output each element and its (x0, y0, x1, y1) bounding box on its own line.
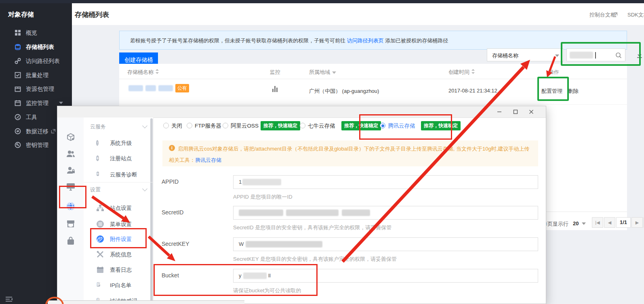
prev-page-button[interactable]: ◀ (604, 217, 615, 228)
access-badge: 公有 (175, 84, 189, 92)
redacted-secretid (286, 210, 339, 216)
sidebar-title: 对象存储 (8, 10, 34, 19)
radio-tencent-cos-label[interactable]: 腾讯云存储 (388, 122, 415, 130)
radio-tencent-cos[interactable] (380, 123, 385, 128)
filter-type-select[interactable]: 存储桶名称 (487, 48, 564, 61)
menu-item-label: 菜单设置 (110, 221, 132, 228)
sidebar-item-batch-process[interactable]: 批量处理 (0, 68, 72, 82)
notice-bar: 若根账号授予了子账号某存储桶的权限，但未授子账号获取存储桶列表的权限，子账号可前… (119, 31, 627, 50)
notice-text-before: 若根账号授予了子账号某存储桶的权限，但未授子账号获取存储桶列表的权限，子账号可前… (130, 38, 347, 44)
menu-group-cloud-services[interactable]: 云服务 (90, 123, 106, 130)
sdk-doc-label: SDK文档 (627, 12, 644, 18)
package-gear-icon[interactable] (66, 132, 76, 142)
chevron-down-icon (555, 55, 559, 57)
access-path-page-link[interactable]: 访问路径列表页 (347, 38, 384, 44)
menu-divider (84, 182, 153, 182)
redacted-search-text (570, 52, 593, 59)
sidebar-item-label: 概览 (26, 29, 37, 37)
warning-tools-label: 相关工具： (169, 157, 195, 163)
appid-value-prefix: 1 (239, 179, 242, 185)
console-doc-link[interactable]: 控制台文档 (589, 11, 616, 19)
secretid-help: SecretID 是您项目的安全密钥，具有该账户完全的权限，请妥善保管 (233, 224, 391, 231)
radio-off-label[interactable]: 关闭 (171, 122, 182, 130)
radio-qiniu[interactable] (300, 123, 305, 128)
menu-item-label: 查看日志 (110, 266, 132, 274)
sidebar-item-resource-pack[interactable]: 资源包管理 (0, 82, 72, 96)
radio-qiniu-label[interactable]: 七牛云存储 (308, 122, 335, 130)
page-size-value[interactable]: 20 (573, 220, 579, 226)
sidebar-item-access-path-list[interactable]: 访问路径列表 (0, 54, 72, 68)
bucket-value-prefix: y (239, 273, 242, 279)
secretkey-value-prefix: W (239, 241, 244, 247)
menu-item-label: 系统升级 (110, 140, 132, 147)
table-header-divider (119, 79, 627, 79)
globe-icon[interactable] (66, 201, 76, 211)
monitor-chart-icon[interactable] (272, 86, 278, 92)
redacted-appid (242, 179, 281, 185)
sdk-doc-link[interactable]: SDK文档 (627, 11, 644, 19)
calendar-icon (15, 100, 21, 106)
users-icon[interactable] (66, 149, 76, 159)
secretid-input[interactable] (233, 206, 538, 220)
sidebar-item-label: 监控管理 (26, 100, 48, 107)
secretid-label: SecretID (162, 209, 183, 216)
grid-icon (15, 29, 21, 36)
next-page-button[interactable]: ▶ (631, 217, 643, 228)
filter-icon[interactable] (332, 71, 336, 74)
monitor-icon[interactable] (66, 182, 76, 191)
chevron-down-icon[interactable] (582, 222, 586, 225)
radio-ftp-label[interactable]: FTP服务器 (195, 122, 221, 130)
sort-icon[interactable] (471, 69, 475, 74)
bag-icon[interactable] (66, 236, 76, 246)
col-header-created[interactable]: 创建时间 (448, 69, 475, 76)
bucket-icon (15, 44, 21, 50)
radio-off[interactable] (163, 123, 169, 128)
page-header (72, 3, 644, 25)
maximize-icon[interactable] (512, 109, 519, 115)
warning-line1: 启用腾讯云cos对象存储后，请把/attachment目录（不包括此目录及glo… (178, 145, 529, 153)
radio-aliyun-oss[interactable] (223, 123, 228, 128)
bucket-label: Bucket (162, 272, 179, 279)
sort-icon[interactable] (156, 69, 159, 74)
appid-input[interactable]: 1 (233, 175, 538, 189)
bucket-value-suffix: ll (268, 273, 271, 279)
secretkey-help: SecretKEY 是您项目的安全密钥，具有该账户完全的权限，请妥善保管 (233, 256, 397, 263)
sidebar-collapse-icon[interactable] (5, 296, 13, 302)
secretkey-input[interactable]: W (233, 237, 538, 251)
tencent-cos-tool-link[interactable]: 腾讯云存储 (195, 157, 221, 163)
col-header-bucket-name[interactable]: 存储桶名称 (127, 69, 159, 76)
store-icon[interactable] (66, 219, 76, 229)
col-label: 存储桶名称 (127, 69, 154, 75)
sidebar-item-label: 密钥管理 (26, 142, 48, 149)
menu-scrollbar[interactable] (150, 118, 153, 302)
recommend-badge: 推荐，快速稳定 (341, 121, 381, 130)
cloud-upgrade-icon: ↑ (96, 139, 104, 147)
log-book-icon (96, 266, 104, 274)
radio-aliyun-oss-label[interactable]: 阿里云OSS (231, 122, 259, 130)
sidebar-item-label: 访问路径列表 (26, 58, 60, 65)
bucket-search-input[interactable] (566, 48, 625, 61)
browser-top-strip (0, 0, 644, 3)
user-lock-icon[interactable] (66, 166, 76, 175)
download-icon[interactable] (636, 51, 643, 59)
config-manage-link[interactable]: 配置管理 (541, 88, 562, 95)
sidebar-item-overview[interactable]: 概览 (0, 26, 72, 40)
col-header-monitor: 监控 (270, 69, 280, 76)
secretkey-label: SecretKEY (162, 241, 189, 247)
delete-link[interactable]: 删除 (568, 88, 579, 95)
minimize-icon[interactable] (496, 109, 503, 115)
bucket-input[interactable]: y ll (233, 269, 538, 283)
col-header-region[interactable]: 所属地域 (309, 69, 336, 76)
sidebar-item-bucket-list[interactable]: 存储桶列表 (0, 40, 72, 54)
first-page-button[interactable]: |◀ (592, 217, 603, 228)
radio-ftp[interactable] (187, 123, 192, 128)
redacted-bucket-value (243, 273, 267, 279)
col-label: 操作 (549, 69, 559, 75)
list-circle-icon (96, 220, 104, 228)
col-label: 创建时间 (448, 69, 469, 75)
filter-type-value: 存储桶名称 (492, 52, 518, 59)
search-icon[interactable] (615, 52, 622, 59)
close-icon[interactable] (528, 109, 535, 115)
menu-group-settings[interactable]: 设置 (90, 186, 101, 193)
menu-item-label: 系统信息 (110, 251, 132, 258)
